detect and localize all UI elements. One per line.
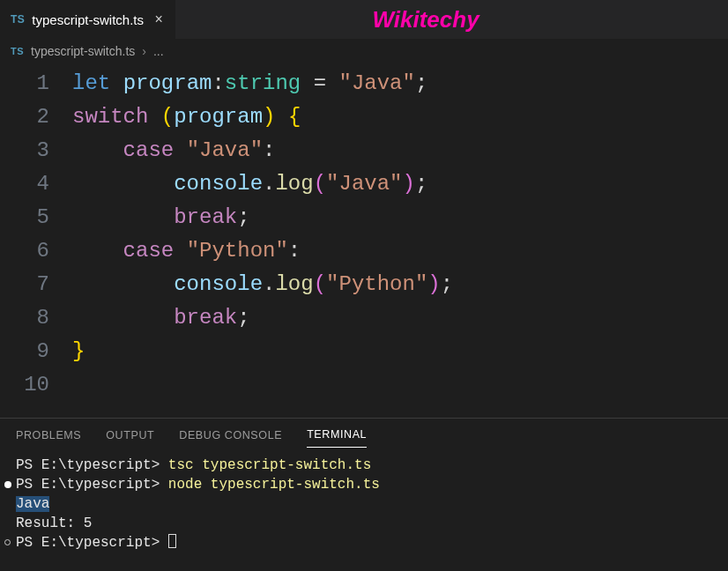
breadcrumb[interactable]: TS typescript-switch.ts › ... — [0, 39, 728, 63]
code-line: case "Java": — [72, 134, 275, 167]
terminal-line: PS E:\typescript> node typescript-switch… — [16, 475, 712, 494]
code-line: break; — [72, 201, 250, 234]
tab-output[interactable]: OUTPUT — [106, 422, 154, 448]
panel-tab-bar: PROBLEMS OUTPUT DEBUG CONSOLE TERMINAL — [0, 419, 728, 450]
line-number: 1 — [0, 67, 72, 100]
code-line: switch (program) { — [72, 100, 301, 134]
close-icon[interactable]: × — [151, 11, 167, 27]
tab-filename: typescript-switch.ts — [32, 12, 144, 27]
terminal-line: PS E:\typescript> — [16, 533, 712, 552]
code-line: console.log("Java"); — [72, 167, 427, 201]
code-line: break; — [72, 301, 250, 335]
tab-debug-console[interactable]: DEBUG CONSOLE — [179, 422, 282, 448]
circle-icon — [4, 539, 11, 545]
bottom-panel: PROBLEMS OUTPUT DEBUG CONSOLE TERMINAL P… — [0, 418, 728, 571]
line-number: 7 — [0, 268, 72, 301]
editor-tab[interactable]: TS typescript-switch.ts × — [0, 0, 176, 39]
dot-icon — [4, 481, 11, 488]
brand-watermark: Wikitechy — [176, 6, 728, 33]
line-number: 5 — [0, 201, 72, 234]
typescript-icon: TS — [11, 13, 25, 26]
line-number: 10 — [0, 368, 72, 402]
cursor-icon — [168, 534, 176, 548]
line-number: 2 — [0, 100, 72, 134]
breadcrumb-more: ... — [153, 44, 164, 58]
line-number: 8 — [0, 301, 72, 335]
terminal-line: PS E:\typescript> tsc typescript-switch.… — [16, 456, 712, 475]
terminal-output: Java — [16, 494, 712, 514]
typescript-icon: TS — [11, 46, 24, 56]
terminal[interactable]: PS E:\typescript> tsc typescript-switch.… — [0, 450, 728, 558]
tab-problems[interactable]: PROBLEMS — [16, 422, 81, 448]
code-line: case "Python": — [72, 234, 301, 268]
breadcrumb-filename: typescript-switch.ts — [31, 44, 135, 58]
line-number: 4 — [0, 167, 72, 201]
code-editor[interactable]: 1 let program:string = "Java"; 2 switch … — [0, 63, 728, 402]
tab-bar: TS typescript-switch.ts × Wikitechy — [0, 0, 728, 39]
code-line: console.log("Python"); — [72, 268, 453, 301]
code-line: } — [72, 335, 85, 368]
tab-terminal[interactable]: TERMINAL — [307, 421, 367, 448]
line-number: 9 — [0, 335, 72, 368]
line-number: 6 — [0, 234, 72, 268]
chevron-right-icon: › — [142, 44, 146, 58]
line-number: 3 — [0, 134, 72, 167]
terminal-output: Result: 5 — [16, 514, 712, 533]
code-line: let program:string = "Java"; — [72, 67, 427, 100]
